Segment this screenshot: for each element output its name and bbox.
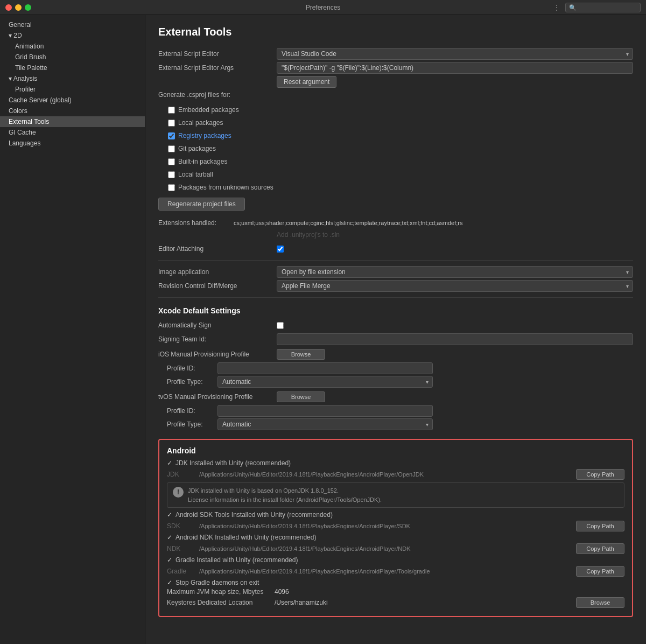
external-script-editor-label: External Script Editor — [158, 50, 277, 58]
page-title: External Tools — [158, 26, 633, 38]
ios-browse-button[interactable]: Browse — [277, 349, 325, 360]
jdk-check-row: ✓ JDK Installed with Unity (recommended) — [167, 459, 624, 467]
tvos-profile-type-select[interactable]: Automatic — [217, 418, 433, 430]
revision-control-row: Revision Control Diff/Merge Apple File M… — [158, 280, 633, 292]
sdk-path-row: SDK /Applications/Unity/Hub/Editor/2019.… — [167, 520, 624, 532]
image-application-row: Image application Open by file extension… — [158, 266, 633, 278]
tvos-browse-button[interactable]: Browse — [277, 391, 325, 402]
editor-attaching-label: Editor Attaching — [158, 245, 277, 253]
jdk-key-label: JDK — [167, 471, 199, 478]
gradle-check-row: ✓ Gradle Installed with Unity (recommend… — [167, 556, 624, 564]
max-jvm-label: Maximum JVM heap size, Mbytes — [167, 588, 275, 596]
add-unityprojlink[interactable]: Add .unityproj's to .sln — [277, 231, 340, 239]
tvos-profile-id-row: Profile ID: — [158, 405, 633, 417]
local-tarball-checkbox[interactable] — [168, 171, 175, 178]
warning-icon: ! — [173, 487, 184, 498]
external-script-editor-select[interactable]: Visual Studio Code — [277, 48, 633, 60]
ios-profile-type-select[interactable]: Automatic — [217, 376, 433, 388]
sdk-key-label: SDK — [167, 522, 199, 530]
sidebar-item-profiler[interactable]: Profiler — [0, 84, 145, 95]
gradle-path: /Applications/Unity/Hub/Editor/2019.4.18… — [199, 568, 572, 575]
ndk-path: /Applications/Unity/Hub/Editor/2019.4.18… — [199, 545, 572, 552]
registry-packages-label: Registry packages — [178, 132, 231, 139]
local-packages-checkbox[interactable] — [168, 120, 175, 127]
embedded-packages-label: Embedded packages — [178, 106, 239, 114]
sidebar-item-external-tools[interactable]: External Tools — [0, 116, 145, 127]
jdk-copy-path-button[interactable]: Copy Path — [576, 469, 624, 480]
keystores-row: Keystores Dedicated Location /Users/hana… — [167, 597, 624, 608]
ndk-path-row: NDK /Applications/Unity/Hub/Editor/2019.… — [167, 543, 624, 555]
sidebar-item-general[interactable]: General — [0, 19, 145, 30]
keystores-browse-button[interactable]: Browse — [576, 597, 624, 608]
max-jvm-value: 4096 — [275, 588, 289, 596]
regenerate-button[interactable]: Regenerate project files — [158, 198, 245, 211]
minimize-button[interactable] — [15, 4, 22, 11]
main-layout: General ▾ 2D Animation Grid Brush Tile P… — [0, 15, 646, 644]
sidebar-item-analysis[interactable]: ▾ Analysis — [0, 73, 145, 84]
external-script-args-label: External Script Editor Args — [158, 64, 277, 72]
signing-team-label: Signing Team Id: — [158, 335, 277, 343]
ndk-check-label: Android NDK Installed with Unity (recomm… — [175, 534, 316, 541]
stop-gradle-checkmark-icon: ✓ — [167, 579, 172, 586]
image-application-label: Image application — [158, 268, 277, 276]
revision-control-dropdown-container: Apple File Merge ▾ — [277, 280, 633, 292]
ndk-check-row: ✓ Android NDK Installed with Unity (reco… — [167, 534, 624, 541]
close-button[interactable] — [5, 4, 12, 11]
ndk-copy-path-button[interactable]: Copy Path — [576, 543, 624, 554]
external-script-args-input[interactable] — [277, 62, 633, 74]
builtin-packages-label: Built-in packages — [178, 158, 227, 165]
sidebar-item-colors[interactable]: Colors — [0, 106, 145, 116]
titlebar-right: ⋮ — [553, 3, 641, 12]
sidebar-item-grid-brush[interactable]: Grid Brush — [0, 52, 145, 62]
registry-packages-row: Registry packages — [158, 130, 633, 142]
warning-text: JDK installed with Unity is based on Ope… — [188, 486, 382, 504]
signing-team-row: Signing Team Id: — [158, 333, 633, 345]
ndk-checkmark-icon: ✓ — [167, 534, 172, 541]
builtin-packages-checkbox[interactable] — [168, 158, 175, 165]
gradle-checkmark-icon: ✓ — [167, 556, 172, 564]
revision-control-select[interactable]: Apple File Merge — [277, 280, 633, 292]
titlebar: Preferences ⋮ — [0, 0, 646, 15]
local-tarball-row: Local tarball — [158, 169, 633, 180]
gradle-check-label: Gradle Installed with Unity (recommended… — [175, 556, 298, 564]
registry-packages-checkbox[interactable] — [168, 132, 175, 139]
editor-attaching-checkbox[interactable] — [277, 246, 284, 253]
ios-profile-type-label: Profile Type: — [158, 378, 217, 386]
sidebar-item-tile-palette[interactable]: Tile Palette — [0, 62, 145, 73]
embedded-packages-row: Embedded packages — [158, 104, 633, 116]
sidebar-item-languages[interactable]: Languages — [0, 138, 145, 149]
auto-sign-checkbox[interactable] — [277, 322, 284, 329]
image-application-select[interactable]: Open by file extension — [277, 266, 633, 278]
jdk-check-label: JDK Installed with Unity (recommended) — [175, 459, 291, 467]
max-jvm-row: Maximum JVM heap size, Mbytes 4096 — [167, 588, 624, 596]
menu-dots-icon[interactable]: ⋮ — [553, 3, 561, 12]
signing-team-input[interactable] — [277, 333, 633, 345]
external-script-editor-row: External Script Editor Visual Studio Cod… — [158, 48, 633, 60]
sdk-path: /Applications/Unity/Hub/Editor/2019.4.18… — [199, 523, 572, 529]
ios-profile-row: iOS Manual Provisioning Profile Browse — [158, 348, 633, 360]
embedded-packages-checkbox[interactable] — [168, 107, 175, 114]
local-tarball-label: Local tarball — [178, 171, 213, 178]
tvos-profile-type-dropdown-container: Automatic ▾ — [217, 418, 433, 430]
maximize-button[interactable] — [25, 4, 31, 11]
unknown-sources-checkbox[interactable] — [168, 184, 175, 191]
sidebar-item-gi-cache[interactable]: GI Cache — [0, 127, 145, 138]
git-packages-checkbox[interactable] — [168, 145, 175, 152]
window-controls — [5, 4, 31, 11]
tvos-profile-id-input[interactable] — [217, 405, 433, 417]
sidebar-item-animation[interactable]: Animation — [0, 41, 145, 52]
gradle-path-row: Gradle /Applications/Unity/Hub/Editor/20… — [167, 565, 624, 577]
reset-argument-row: Reset argument — [158, 76, 633, 88]
titlebar-title: Preferences — [306, 4, 341, 11]
sidebar-item-cache-server[interactable]: Cache Server (global) — [0, 95, 145, 106]
extensions-value: cs;uxml;uss;shader;compute;cginc;hlsl;gl… — [234, 220, 633, 226]
ios-profile-id-input[interactable] — [217, 362, 433, 374]
sdk-checkmark-icon: ✓ — [167, 511, 172, 519]
sidebar-item-2d[interactable]: ▾ 2D — [0, 30, 145, 41]
local-packages-label: Local packages — [178, 119, 223, 127]
gradle-copy-path-button[interactable]: Copy Path — [576, 566, 624, 577]
keystores-path: /Users/hanamizuki — [275, 599, 572, 606]
search-input[interactable] — [565, 3, 641, 12]
sdk-copy-path-button[interactable]: Copy Path — [576, 521, 624, 531]
reset-argument-button[interactable]: Reset argument — [277, 76, 336, 88]
